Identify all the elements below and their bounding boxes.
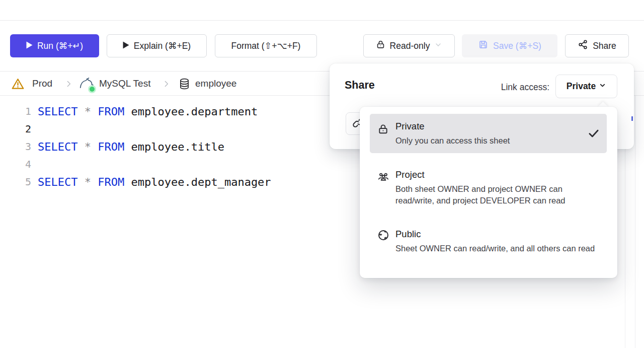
line-number-active: 2 — [0, 120, 31, 138]
explain-button-label: Explain (⌘+E) — [134, 41, 191, 51]
play-icon — [123, 41, 129, 51]
run-button[interactable]: Run (⌘+↵) — [10, 34, 99, 57]
breadcrumb-environment[interactable]: Prod — [32, 72, 52, 96]
option-description: Sheet OWNER can read/write, and all othe… — [395, 243, 597, 254]
option-title: Private — [395, 120, 607, 133]
format-button-label: Format (⇧+⌥+F) — [231, 41, 301, 51]
sql-keyword: SELECT — [38, 105, 77, 118]
sql-keyword: SELECT — [38, 176, 77, 188]
breadcrumb-database[interactable]: employee — [195, 72, 236, 96]
save-button-label: Save (⌘+S) — [493, 41, 541, 51]
option-title: Project — [395, 168, 607, 181]
sql-keyword: SELECT — [38, 141, 77, 153]
run-button-label: Run (⌘+↵) — [37, 41, 83, 51]
sql-editor-app: Run (⌘+↵) Explain (⌘+E) Format (⇧+⌥+F) R… — [0, 0, 644, 348]
line-number: 3 — [0, 138, 31, 156]
database-icon — [178, 72, 191, 96]
chevron-right-icon — [162, 72, 171, 96]
play-icon — [26, 41, 33, 51]
line-number: 1 — [0, 103, 31, 120]
chevron-right-icon — [64, 72, 73, 96]
check-icon — [587, 127, 600, 142]
share-button[interactable]: Share — [565, 34, 629, 57]
readonly-label: Read-only — [390, 41, 430, 51]
sql-keyword: FROM — [98, 105, 124, 118]
sql-identifier: employee.title — [124, 141, 224, 153]
readonly-mode-dropdown[interactable]: Read-only — [363, 34, 455, 57]
option-description: Only you can access this sheet — [395, 135, 597, 147]
format-button[interactable]: Format (⇧+⌥+F) — [215, 34, 317, 57]
breadcrumb-instance[interactable]: MySQL Test — [99, 72, 150, 96]
sql-operator: * — [77, 105, 98, 118]
users-icon — [377, 171, 389, 185]
option-title: Public — [395, 228, 607, 241]
link-access-menu: Private Only you can access this sheet P… — [360, 107, 617, 278]
link-access-value: Private — [567, 81, 596, 92]
menu-option-public[interactable]: Public Sheet OWNER can read/write, and a… — [370, 228, 607, 254]
save-button[interactable]: Save (⌘+S) — [462, 34, 557, 57]
line-number: 4 — [0, 156, 31, 173]
share-nodes-icon — [578, 39, 588, 52]
explain-button[interactable]: Explain (⌘+E) — [107, 34, 207, 57]
line-number: 5 — [0, 173, 31, 191]
sql-operator: * — [77, 176, 98, 188]
sql-identifier: employee.dept_manager — [124, 176, 271, 188]
warning-triangle-icon — [11, 72, 25, 96]
mysql-instance-icon — [78, 72, 94, 96]
sql-keyword: FROM — [98, 176, 124, 188]
link-access-label: Link access: — [501, 82, 549, 93]
menu-option-private[interactable]: Private Only you can access this sheet — [370, 114, 607, 153]
cursor-artifact — [631, 116, 633, 121]
top-divider — [0, 20, 644, 21]
share-dialog-title: Share — [345, 79, 375, 92]
chevron-down-icon — [434, 41, 442, 51]
lock-icon — [376, 40, 385, 52]
option-description: Both sheet OWNER and project OWNER can r… — [395, 183, 597, 206]
globe-icon — [377, 229, 389, 243]
share-button-label: Share — [593, 41, 616, 51]
chevron-down-icon — [599, 81, 606, 92]
menu-option-project[interactable]: Project Both sheet OWNER and project OWN… — [370, 168, 607, 206]
instance-status-dot — [90, 87, 95, 92]
sql-operator: * — [77, 141, 98, 153]
save-floppy-icon — [478, 39, 489, 52]
sql-identifier: employee.department — [124, 105, 258, 118]
link-access-dropdown[interactable]: Private — [555, 75, 617, 98]
sql-keyword: FROM — [98, 141, 124, 153]
lock-icon — [377, 123, 389, 137]
